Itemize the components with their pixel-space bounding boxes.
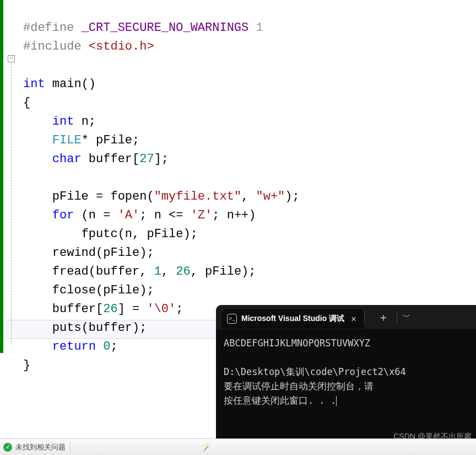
token: (pFile); <box>96 283 154 297</box>
fold-guide-line <box>11 63 12 345</box>
token: (buffer); <box>82 321 147 335</box>
token: ; <box>176 302 183 316</box>
token: * <box>82 133 89 147</box>
console-line: 要在调试停止时自动关闭控制台，请 <box>224 381 374 392</box>
status-no-issues[interactable]: 未找到相关问题 <box>15 442 66 452</box>
token: '\0' <box>147 302 176 316</box>
token: 0 <box>103 340 110 354</box>
magic-wand-icon[interactable]: 🪄 <box>202 443 212 452</box>
token: ; n <= <box>139 208 190 222</box>
token <box>96 340 103 354</box>
token: puts <box>52 321 82 335</box>
token: pFile; <box>96 133 139 147</box>
token: n; <box>82 115 96 129</box>
token: buffer <box>89 152 132 166</box>
token: ]; <box>154 152 169 166</box>
token: buffer <box>52 302 96 316</box>
token: fclose <box>52 283 96 297</box>
token: int <box>23 77 45 91</box>
token: int <box>52 115 74 129</box>
terminal-icon: >_ <box>227 314 237 324</box>
token: ; n++) <box>212 208 256 222</box>
token: rewind <box>52 246 96 260</box>
token: (n, pFile); <box>118 227 198 241</box>
token: 1 <box>256 21 263 35</box>
token: <stdio.h> <box>89 40 154 53</box>
console-titlebar[interactable]: >_ Microsoft Visual Studio 调试 ✕ ＋ ﹀ <box>216 305 476 329</box>
token: () <box>82 77 96 91</box>
token: 26 <box>103 302 117 316</box>
fold-gutter: − <box>8 0 21 438</box>
token: = <box>89 190 111 204</box>
status-bar[interactable]: ✓ 未找到相关问题 🪄 <box>0 438 476 455</box>
token: main <box>52 77 82 91</box>
token: 'A' <box>118 208 140 222</box>
text-cursor <box>336 396 337 406</box>
token: #include <box>23 40 82 53</box>
debug-console-window[interactable]: >_ Microsoft Visual Studio 调试 ✕ ＋ ﹀ ABCD… <box>216 305 476 443</box>
console-tab-title: Microsoft Visual Studio 调试 <box>241 314 344 324</box>
token: ] = <box>118 302 147 316</box>
close-icon[interactable]: ✕ <box>349 313 359 324</box>
token: pFile <box>52 190 89 204</box>
token: "w+" <box>256 190 285 204</box>
token: , <box>241 190 256 204</box>
token: 26 <box>176 265 190 279</box>
token: } <box>23 358 30 372</box>
status-ok-icon[interactable]: ✓ <box>3 443 12 452</box>
token: 'Z' <box>191 208 213 222</box>
token: ); <box>285 190 299 204</box>
token: { <box>23 96 30 110</box>
fold-toggle-icon[interactable]: − <box>8 55 15 62</box>
status-separator <box>70 442 71 453</box>
token: fopen <box>110 190 147 204</box>
token: "myfile.txt" <box>154 190 241 204</box>
token: ; <box>110 340 117 354</box>
token: for <box>52 208 74 222</box>
token: fread <box>52 265 89 279</box>
token: FILE <box>52 133 82 147</box>
console-output[interactable]: ABCDEFGHIJKLMNOPQRSTUVWXYZ D:\Desktop\集训… <box>216 329 476 411</box>
token: 1 <box>154 265 161 279</box>
token: return <box>52 340 96 354</box>
token: [ <box>132 152 139 166</box>
token: (buffer, <box>89 265 154 279</box>
tab-dropdown-icon[interactable]: ﹀ <box>397 312 416 322</box>
token: #define <box>23 21 74 35</box>
console-line: 按任意键关闭此窗口. . . <box>224 395 336 406</box>
token: char <box>52 152 82 166</box>
token: fputc <box>82 227 118 241</box>
console-line: ABCDEFGHIJKLMNOPQRSTUVWXYZ <box>224 338 370 349</box>
token: 27 <box>139 152 154 166</box>
console-line: D:\Desktop\集训\code\Project2\x64 <box>224 366 406 377</box>
token: , <box>161 265 176 279</box>
token: ( <box>147 190 154 204</box>
token: (pFile); <box>96 246 154 260</box>
token: [ <box>96 302 103 316</box>
titlebar-separator <box>364 311 365 323</box>
console-tab[interactable]: >_ Microsoft Visual Studio 调试 ✕ <box>221 309 364 329</box>
token: , pFile); <box>191 265 256 279</box>
new-tab-button[interactable]: ＋ <box>370 310 397 325</box>
modified-gutter <box>0 0 3 353</box>
token: _CRT_SECURE_NO_WARNINGS <box>82 21 249 35</box>
token: (n = <box>74 208 117 222</box>
